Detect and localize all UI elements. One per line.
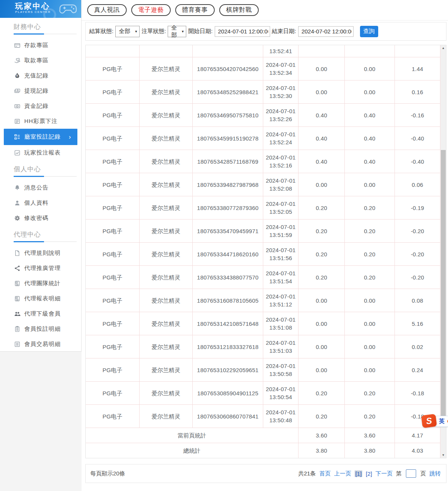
table-cell <box>193 45 263 57</box>
sidebar-item-label: 會員投註明細 <box>24 325 61 333</box>
sidebar-item-label: 消息公告 <box>24 184 49 191</box>
sidebar-item-change-password[interactable]: 修改密碼 <box>0 210 81 226</box>
gear-icon <box>14 215 20 221</box>
sidebar-item-label: 代理規則說明 <box>24 249 61 257</box>
hand-money-icon <box>14 57 20 64</box>
table-cell: -0.40 <box>395 127 440 150</box>
sidebar-item-agent-report-details[interactable]: 代理報表明細 <box>0 291 81 306</box>
table-row: PG电子爱尔兰精灵18076533547094599712024-07-0113… <box>86 219 440 243</box>
card-icon <box>14 42 20 49</box>
table-cell: 3.80 <box>345 443 395 458</box>
table-cell: 2024-07-0113:51:56 <box>263 243 299 266</box>
table-cell <box>140 45 193 57</box>
order-status-select[interactable]: 全部 ▾ <box>168 26 186 37</box>
sidebar-item-hh-lottery-bets[interactable]: HH彩票下注 <box>0 114 81 129</box>
table-cell: 0.00 <box>345 289 395 312</box>
sidebar-item-announcements[interactable]: 消息公告 <box>0 180 81 195</box>
table-cell: 2024-07-0113:51:59 <box>263 219 299 243</box>
table-cell: 4.17 <box>395 428 440 443</box>
table-cell: -0.16 <box>395 104 440 127</box>
table-cell: 1807653121833327618 <box>193 335 263 358</box>
table-cell: PG电子 <box>86 266 140 289</box>
scrollbar-thumb[interactable] <box>441 150 446 422</box>
table-cell: PG电子 <box>86 312 140 335</box>
sidebar-item-recharge-records[interactable]: ¥充值記錄 <box>0 68 81 83</box>
table-cell: 0.40 <box>299 150 345 173</box>
end-date-input[interactable] <box>298 26 354 37</box>
coin-icon <box>14 103 20 109</box>
table-cell: 0.06 <box>395 173 440 196</box>
sidebar-item-funds-records[interactable]: 資金記錄 <box>0 98 81 114</box>
listbox-icon <box>14 341 20 347</box>
table-row: PG电子爱尔兰精灵18076535042070425602024-07-0113… <box>86 57 440 81</box>
table-cell: PG电子 <box>86 358 140 382</box>
section-divider <box>14 242 77 242</box>
translate-widget[interactable]: 英 S <box>422 415 448 428</box>
table-cell: PG电子 <box>86 173 140 196</box>
sidebar-item-profile[interactable]: 個人資料 <box>0 195 81 210</box>
sidebar-item-agent-team-stats[interactable]: 代理團隊統計 <box>0 276 81 291</box>
table-cell: PG电子 <box>86 289 140 312</box>
sidebar-item-label: 會員交易明細 <box>24 341 61 348</box>
table-cell: 0.20 <box>345 196 395 219</box>
table-cell: 爱尔兰精灵 <box>140 173 193 196</box>
first-page-link[interactable]: 首页 <box>319 470 331 477</box>
sidebar-item-agent-sub-members[interactable]: 代理下級會員 <box>0 306 81 321</box>
settle-status-select[interactable]: 全部 ▾ <box>115 26 140 37</box>
table-cell: 2024-07-0113:52:24 <box>263 127 299 150</box>
search-button[interactable]: 查詢 <box>360 26 378 37</box>
scroll-down-icon[interactable]: ▼ <box>440 452 446 458</box>
table-cell: 爱尔兰精灵 <box>140 312 193 335</box>
tab-board-cards[interactable]: 棋牌對戰 <box>219 4 259 16</box>
next-page-link[interactable]: 下一页 <box>376 470 393 477</box>
table-cell: 0.00 <box>345 312 395 335</box>
sidebar-item-agent-promotion[interactable]: 代理推廣管理 <box>0 260 81 276</box>
sidebar-item-label: 玩家投注報表 <box>24 149 61 156</box>
table-cell: PG电子 <box>86 219 140 243</box>
user-icon <box>14 199 20 206</box>
sidebar-item-player-bet-report[interactable]: 玩家投注報表 <box>0 145 81 160</box>
table-cell: 2024-07-0113:52:08 <box>263 173 299 196</box>
table-cell: 0.02 <box>395 335 440 358</box>
jump-page-input[interactable] <box>406 469 416 478</box>
prev-page-link[interactable]: 上一页 <box>334 470 351 477</box>
start-date-input[interactable] <box>215 26 270 37</box>
table-cell: 0.20 <box>299 196 345 219</box>
sidebar-item-member-transaction-details[interactable]: 會員交易明細 <box>0 336 81 352</box>
translate-badge-icon[interactable]: S <box>421 414 437 428</box>
sidebar-item-withdraw-zone[interactable]: 取款專區 <box>0 53 81 68</box>
table-cell: 爱尔兰精灵 <box>140 81 193 104</box>
tab-live-video[interactable]: 真人視訊 <box>87 4 127 16</box>
tab-electronic-games[interactable]: 電子遊藝 <box>131 4 171 16</box>
table-cell: 1807653485252988421 <box>193 81 263 104</box>
table-cell: 0.20 <box>299 266 345 289</box>
table-cell: 1807653160878105605 <box>193 289 263 312</box>
table-cell: 1807653459915190278 <box>193 127 263 150</box>
sidebar-item-withdrawal-records[interactable]: 提現記錄 <box>0 83 81 98</box>
jump-suffix-label: 页 <box>420 470 426 477</box>
table-body: 13:52:41PG电子爱尔兰精灵18076535042070425602024… <box>86 45 446 458</box>
translate-lang-label[interactable]: 英 <box>439 418 445 425</box>
table-cell: 0.00 <box>299 312 345 335</box>
tab-sports[interactable]: 體育賽事 <box>175 4 215 16</box>
table-cell: 爱尔兰精灵 <box>140 127 193 150</box>
table-row: PG电子爱尔兰精灵18076534852529884212024-07-0113… <box>86 81 440 104</box>
table-scrollbar[interactable]: ▲ ▼ <box>440 45 446 458</box>
table-cell: 3.60 <box>299 428 345 443</box>
table-cell <box>86 45 140 57</box>
table-cell: 0.00 <box>299 81 345 104</box>
page-number-link[interactable]: [1] <box>355 470 363 477</box>
sidebar-item-room-bet-records[interactable]: 廳室投註記錄› <box>4 129 77 145</box>
sidebar-item-agent-rules[interactable]: 代理規則說明 <box>0 245 81 260</box>
table-row: PG电子爱尔兰精灵18076534285711687692024-07-0113… <box>86 150 440 173</box>
section-title: 代理中心 <box>14 230 81 239</box>
table-cell: 2024-07-0113:52:16 <box>263 150 299 173</box>
jump-action-link[interactable]: 跳转 <box>429 470 441 477</box>
sidebar-item-deposit-zone[interactable]: 存款專區 <box>0 38 81 53</box>
sidebar-item-member-bet-details[interactable]: 會員投註明細 <box>0 321 81 336</box>
table-cell: 0.00 <box>299 289 345 312</box>
section-title: 個人中心 <box>14 165 81 174</box>
table-cell: 2024-07-0113:52:34 <box>263 57 299 81</box>
page-number-link[interactable]: [2] <box>366 470 372 477</box>
scroll-up-icon[interactable]: ▲ <box>440 45 446 51</box>
